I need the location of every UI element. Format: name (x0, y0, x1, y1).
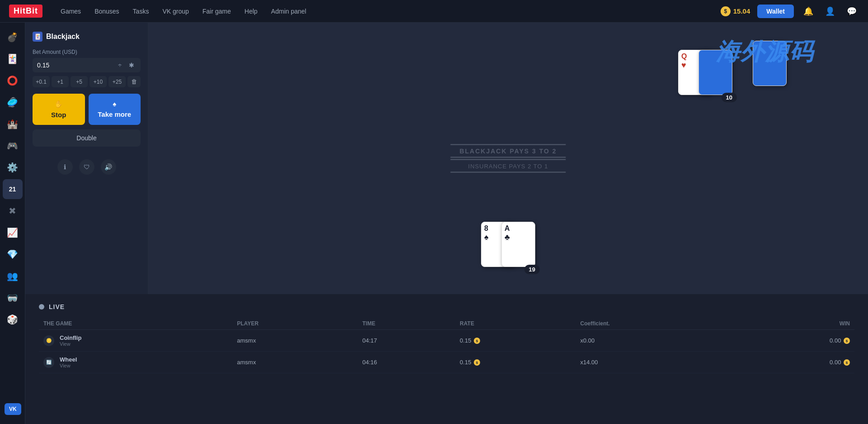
coin-icon: $ (721, 6, 731, 16)
coeff-cell-0: x0.00 (576, 330, 734, 352)
bet-label: Bet Amount (USD) (33, 49, 141, 55)
nav-games[interactable]: Games (61, 8, 81, 15)
sidebar-item-dice[interactable]: 🎲 (3, 310, 23, 329)
win-coin-0: $ (844, 338, 850, 344)
chat-button[interactable]: 💬 (844, 4, 859, 19)
live-section: LIVE THE GAME PLAYER TIME RATE Coefficie… (25, 294, 868, 382)
nav-tasks[interactable]: Tasks (133, 8, 149, 15)
live-label: LIVE (49, 303, 65, 310)
sidebar-item-arcade[interactable]: 🎮 (3, 136, 23, 156)
nav-fairgame[interactable]: Fair game (203, 8, 231, 15)
clear-bet-button[interactable]: 🗑 (127, 76, 141, 87)
quick-bet-01[interactable]: +0.1 (33, 76, 50, 87)
sidebar-item-settings[interactable]: ⚙️ (3, 157, 23, 177)
sidebar-item-mystery[interactable]: 🥽 (3, 288, 23, 308)
coeff-cell-1: x14.00 (576, 352, 734, 373)
win-cell-1: 0.00 $ (734, 352, 854, 373)
quick-bet-row: +0.1 +1 +5 +10 +25 🗑 (33, 76, 141, 87)
player-card-suit-1: ♣ (505, 233, 532, 242)
live-dot (39, 304, 44, 310)
stop-icon: ✋ (54, 100, 63, 108)
panel-title-text: Blackjack (46, 33, 80, 41)
sidebar-item-mines[interactable]: 💣 (3, 27, 23, 47)
vk-button[interactable]: VK (5, 403, 21, 415)
table-banner-text2: INSURANCE PAYS 2 TO 1 (468, 163, 548, 170)
sidebar-item-tower[interactable]: 🏰 (3, 114, 23, 134)
win-coin-1: $ (844, 359, 850, 366)
balance-area: $ 15.04 (721, 6, 750, 16)
stop-button[interactable]: ✋ Stop (33, 94, 85, 125)
col-win: WIN (734, 318, 854, 330)
info-button[interactable]: ℹ (57, 159, 73, 175)
game-view-0[interactable]: View (60, 341, 81, 347)
banner-line1: BLACKJACK PAYS 3 TO 2 (450, 144, 566, 158)
player-cell-0: amsmx (232, 330, 358, 352)
quick-bet-25[interactable]: +25 (108, 76, 126, 87)
bet-value: 0.15 (37, 62, 113, 69)
rate-coin-0: $ (474, 338, 480, 344)
blackjack-panel: 🃏 Blackjack Bet Amount (USD) 0.15 ÷ ✱ +0… (25, 23, 148, 294)
game-cell-1: 🔄 Wheel View (39, 352, 232, 373)
time-cell-0: 04:17 (358, 330, 456, 352)
logo[interactable]: HitBit (9, 5, 42, 18)
game-cell-0: 🪙 Coinflip View (39, 330, 232, 352)
profile-button[interactable]: 👤 (823, 4, 837, 19)
table-header-row: THE GAME PLAYER TIME RATE Coefficient. W… (39, 318, 854, 330)
col-player: PLAYER (232, 318, 358, 330)
sidebar-item-xgame[interactable]: ✖ (3, 201, 23, 221)
player-cell-1: amsmx (232, 352, 358, 373)
sidebar: 💣 🃏 ⭕ 🥏 🏰 🎮 ⚙️ 21 ✖ 📈 💎 👥 🥽 🎲 (0, 23, 25, 424)
rate-cell-1: 0.15 $ (455, 352, 576, 373)
rate-coin-1: $ (474, 359, 480, 366)
dealer-card-area: Q ♥ 10 (678, 50, 732, 95)
dealer-area-top (753, 41, 787, 86)
action-buttons: ✋ Stop ♠ Take more (33, 94, 141, 125)
quick-bet-5[interactable]: +5 (71, 76, 88, 87)
game-board: 海外源码 Q ♥ 10 (148, 23, 868, 294)
nav-admin[interactable]: Admin panel (271, 8, 307, 15)
rate-cell-0: 0.15 $ (455, 330, 576, 352)
take-more-button[interactable]: ♠ Take more (89, 94, 141, 125)
win-cell-0: 0.00 $ (734, 330, 854, 352)
double-button[interactable]: Double (33, 129, 141, 147)
game-view-1[interactable]: View (60, 363, 77, 368)
quick-bet-10[interactable]: +10 (90, 76, 107, 87)
content-area: 🃏 Blackjack Bet Amount (USD) 0.15 ÷ ✱ +0… (25, 23, 868, 424)
sidebar-item-cards[interactable]: 🃏 (3, 49, 23, 69)
live-table: THE GAME PLAYER TIME RATE Coefficient. W… (39, 318, 854, 373)
sidebar-item-blackjack[interactable]: 21 (3, 179, 23, 199)
multiply-bet-button[interactable]: ✱ (127, 61, 136, 70)
table-row: 🔄 Wheel View amsmx 04:16 0.15 $ x14.00 0… (39, 352, 854, 373)
wallet-button[interactable]: Wallet (757, 5, 794, 18)
dealer-score-badge: 10 (722, 93, 737, 102)
panel-title: 🃏 Blackjack (33, 32, 141, 42)
banner-line2: INSURANCE PAYS 2 TO 1 (450, 159, 566, 173)
sidebar-item-circle[interactable]: ⭕ (3, 71, 23, 91)
col-rate: RATE (455, 318, 576, 330)
nav-bonuses[interactable]: Bonuses (94, 8, 119, 15)
sidebar-item-referral[interactable]: 👥 (3, 266, 23, 286)
sidebar-item-stats[interactable]: 📈 (3, 223, 23, 243)
nav-help[interactable]: Help (245, 8, 258, 15)
quick-bet-1[interactable]: +1 (52, 76, 69, 87)
game-icon-0: 🪙 (43, 335, 54, 346)
take-more-label: Take more (98, 110, 131, 118)
game-name-1: Wheel (60, 356, 77, 363)
dealer-card-hidden (698, 50, 732, 95)
panel-bottom-icons: ℹ 🛡 🔊 (33, 150, 141, 175)
dealer-hidden-card (753, 41, 787, 86)
main-layout: 💣 🃏 ⭕ 🥏 🏰 🎮 ⚙️ 21 ✖ 📈 💎 👥 🥽 🎲 🃏 Blackjac… (0, 23, 868, 424)
nav-vkgroup[interactable]: VK group (162, 8, 189, 15)
player-card-ace: A ♣ (501, 222, 535, 267)
blackjack-icon: 🃏 (33, 32, 42, 42)
notifications-button[interactable]: 🔔 (801, 4, 816, 19)
player-card-group: 8 ♠ A ♣ 19 (481, 222, 535, 267)
divide-bet-button[interactable]: ÷ (116, 61, 123, 70)
sidebar-item-gems[interactable]: 💎 (3, 244, 23, 264)
game-name-0: Coinflip (60, 334, 81, 341)
sound-button[interactable]: 🔊 (101, 159, 116, 175)
shield-button[interactable]: 🛡 (79, 159, 94, 175)
sidebar-item-crash[interactable]: 🥏 (3, 92, 23, 112)
game-icon-1: 🔄 (43, 357, 54, 368)
nav-right: $ 15.04 Wallet 🔔 👤 💬 (721, 4, 859, 19)
